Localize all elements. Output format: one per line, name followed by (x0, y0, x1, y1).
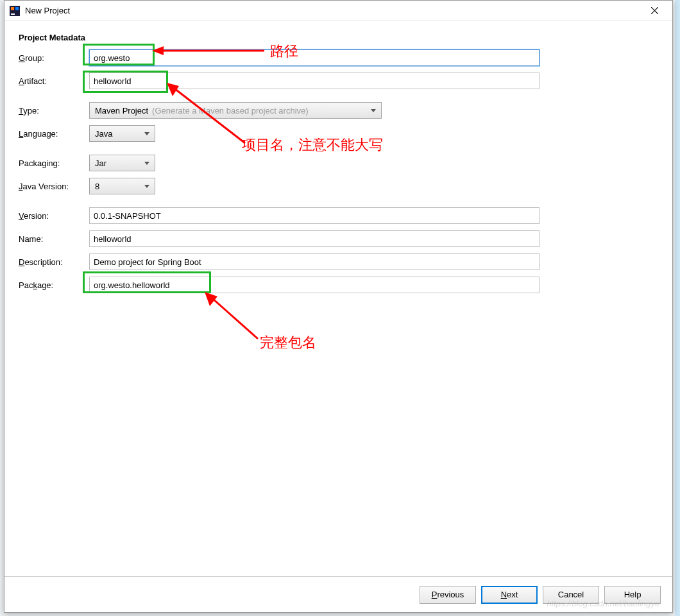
svg-rect-3 (11, 13, 15, 15)
titlebar: New Project (4, 1, 672, 21)
close-icon (651, 7, 658, 14)
language-select[interactable]: Java (89, 125, 155, 142)
type-hint: (Generate a Maven based project archive) (152, 106, 309, 116)
label-group: Group: (19, 53, 89, 63)
package-input[interactable] (89, 277, 540, 293)
previous-button[interactable]: Previous (420, 586, 476, 604)
artifact-input[interactable] (89, 73, 540, 89)
label-version: Version: (19, 211, 89, 221)
label-name: Name: (19, 234, 89, 244)
next-button[interactable]: Next (481, 586, 538, 604)
desktop-right-edge (675, 0, 680, 616)
row-name: Name: (19, 230, 658, 248)
label-type: Type: (19, 106, 89, 116)
label-packaging: Packaging: (19, 158, 89, 168)
language-value: Java (95, 129, 112, 139)
label-description: Description: (19, 257, 89, 267)
row-package: Package: (19, 276, 658, 294)
intellij-icon (10, 6, 20, 16)
label-package: Package: (19, 280, 89, 290)
packaging-select[interactable]: Jar (89, 155, 155, 171)
close-button[interactable] (642, 2, 667, 20)
row-language: Language: Java (19, 124, 658, 142)
row-version: Version: (19, 207, 658, 225)
svg-marker-11 (205, 292, 217, 306)
row-artifact: Artifact: (19, 72, 658, 90)
row-group: Group: (19, 49, 658, 67)
label-java-version: Java Version: (19, 182, 89, 191)
name-input[interactable] (89, 230, 540, 247)
type-select[interactable]: Maven Project (Generate a Maven based pr… (89, 102, 382, 119)
description-input[interactable] (89, 253, 540, 270)
row-java-version: Java Version: 8 (19, 177, 658, 195)
window-title: New Project (25, 6, 642, 15)
row-packaging: Packaging: Jar (19, 154, 658, 172)
row-type: Type: Maven Project (Generate a Maven ba… (19, 101, 658, 119)
arrow-full-package (203, 291, 261, 342)
packaging-value: Jar (95, 158, 106, 168)
section-title: Project Metadata (19, 33, 658, 42)
new-project-dialog: New Project Project Metadata Group: Arti… (4, 0, 673, 613)
java-version-value: 8 (95, 182, 99, 191)
dialog-content: Project Metadata Group: Artifact: Type: … (4, 21, 672, 576)
svg-rect-1 (11, 7, 14, 10)
java-version-select[interactable]: 8 (89, 178, 155, 194)
group-input[interactable] (89, 49, 540, 66)
annotation-full-package: 完整包名 (260, 333, 316, 352)
version-input[interactable] (89, 207, 540, 224)
label-language: Language: (19, 129, 89, 139)
svg-rect-2 (15, 7, 19, 10)
row-description: Description: (19, 253, 658, 271)
watermark: https://blog.csdn.net/baolingye (547, 599, 659, 608)
label-artifact: Artifact: (19, 76, 89, 86)
svg-line-10 (212, 298, 258, 339)
type-value: Maven Project (95, 106, 148, 116)
